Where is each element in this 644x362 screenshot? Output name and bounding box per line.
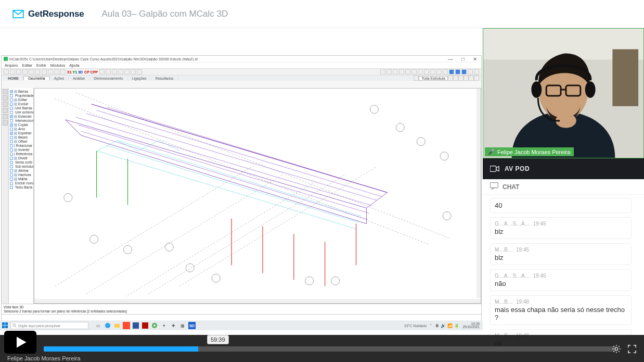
tab-analise[interactable]: Análise <box>69 77 89 80</box>
checkbox-icon[interactable] <box>10 186 13 189</box>
tool-icon[interactable] <box>106 69 111 74</box>
app-icon[interactable]: ✦ <box>160 322 168 329</box>
tray-icon[interactable]: 🖥 <box>435 323 439 328</box>
app-icon[interactable]: ✚ <box>170 322 177 329</box>
tool-icon[interactable] <box>60 69 66 74</box>
checkbox-icon[interactable] <box>10 123 13 127</box>
tool-icon[interactable] <box>29 69 34 74</box>
tool-icon[interactable] <box>124 69 130 74</box>
side-tool-icon[interactable] <box>3 114 8 119</box>
checkbox-icon[interactable] <box>10 182 13 185</box>
tool-icon[interactable] <box>424 69 429 74</box>
tree-item[interactable]: Espelhar <box>10 131 32 135</box>
clock[interactable]: 19:38 25/10/2021 <box>462 322 480 329</box>
tree-item[interactable]: Inverter <box>10 148 32 152</box>
tree-item[interactable]: Interseccionar <box>10 119 32 122</box>
tool-icon[interactable] <box>411 69 417 74</box>
tool-icon[interactable] <box>474 69 479 74</box>
tree-item[interactable]: Sema cortb <box>10 160 32 164</box>
checkbox-icon[interactable] <box>10 140 13 143</box>
tab-acoes[interactable]: Ações <box>50 77 69 80</box>
tool-icon[interactable] <box>380 69 385 74</box>
viewport-vscrollbar[interactable] <box>476 89 481 298</box>
checkbox-icon[interactable] <box>10 128 13 131</box>
tray-icon[interactable]: 🔋 <box>454 323 459 328</box>
tool-icon[interactable] <box>468 69 473 74</box>
axis-x-label[interactable]: X1 <box>67 70 72 74</box>
tree-item[interactable]: Barras <box>10 90 32 93</box>
tree-item[interactable]: Rotacionar <box>10 144 32 147</box>
checkbox-icon[interactable] <box>10 115 13 118</box>
tool-icon[interactable] <box>131 69 136 74</box>
checkbox-icon[interactable] <box>10 178 13 181</box>
axis-3d-label[interactable]: 3D <box>78 70 83 74</box>
tool-icon[interactable] <box>461 69 467 74</box>
tool-icon[interactable] <box>42 69 47 74</box>
taskbar-search[interactable]: Digite aqui para pesquisar <box>10 322 88 329</box>
menu-editar[interactable]: Editar <box>22 63 32 68</box>
checkbox-icon[interactable] <box>10 136 13 139</box>
checkbox-icon[interactable] <box>10 157 13 160</box>
tool-icon[interactable] <box>449 69 454 74</box>
tool-icon[interactable] <box>387 69 392 74</box>
menu-arquivo[interactable]: Arquivo <box>5 63 18 68</box>
tree-item[interactable]: Hachura <box>10 173 32 177</box>
progress-track[interactable] <box>44 346 616 352</box>
tool-icon[interactable] <box>10 69 15 74</box>
structure-dropdown[interactable]: Toda Estrutura <box>419 76 448 81</box>
word-icon[interactable] <box>132 322 139 329</box>
fullscreen-icon[interactable] <box>627 344 637 354</box>
tree-item[interactable]: Propriedades <box>10 94 32 97</box>
menu-ajuda[interactable]: Ajuda <box>69 63 79 68</box>
tool-icon[interactable] <box>414 76 419 81</box>
tool-icon[interactable] <box>474 76 479 81</box>
tray-icon[interactable]: 🔊 <box>441 323 446 328</box>
tab-geometria[interactable]: Geometria <box>23 76 50 80</box>
start-button[interactable] <box>2 322 8 329</box>
window-maximize-button[interactable]: □ <box>459 56 467 62</box>
side-tool-icon[interactable] <box>3 95 8 101</box>
checkbox-icon[interactable] <box>10 132 13 135</box>
menu-mdulos[interactable]: Módulos <box>50 63 65 68</box>
checkbox-icon[interactable] <box>10 90 13 93</box>
chrome-icon[interactable] <box>151 322 158 329</box>
tab-resultados[interactable]: Resultados <box>151 77 178 80</box>
tree-item[interactable]: Arco <box>10 127 32 131</box>
tree-item[interactable]: Copiar <box>10 123 32 127</box>
tool-icon[interactable] <box>463 76 469 81</box>
tool-icon[interactable] <box>448 76 453 81</box>
tray-icon[interactable]: 📶 <box>447 323 453 328</box>
tree-item[interactable]: Unir Barras <box>10 106 32 110</box>
tool-icon[interactable] <box>112 69 117 74</box>
tool-icon[interactable] <box>455 69 460 74</box>
checkbox-icon[interactable] <box>10 107 13 110</box>
tab-ligacoes[interactable]: Ligações <box>128 77 151 80</box>
tray-chevron-icon[interactable]: ˄ <box>430 323 432 328</box>
tool-icon[interactable] <box>453 76 458 81</box>
tool-icon[interactable] <box>54 69 59 74</box>
tab-home[interactable]: HOME <box>4 77 23 80</box>
weather-widget[interactable]: 33°C Nublado <box>404 324 427 328</box>
tool-icon[interactable] <box>458 76 463 81</box>
axis-y-label[interactable]: Y1 <box>73 70 78 74</box>
tree-item[interactable]: Unir extremos <box>10 110 32 114</box>
side-tool-icon[interactable] <box>3 102 8 107</box>
tool-icon[interactable] <box>22 69 28 74</box>
play-button[interactable] <box>4 331 36 354</box>
app-icon[interactable]: ▦ <box>179 322 186 329</box>
checkbox-icon[interactable] <box>10 103 13 106</box>
tree-item[interactable]: Referência <box>10 152 32 156</box>
tool-icon[interactable] <box>16 69 21 74</box>
tree-item[interactable]: Alinhar <box>10 169 32 172</box>
tree-item[interactable]: Sub-estrutura <box>10 165 32 168</box>
avpod-header[interactable]: AV POD <box>483 158 644 179</box>
tool-icon[interactable] <box>418 69 423 74</box>
cp-label[interactable]: CP CPP <box>84 70 98 74</box>
tool-icon[interactable] <box>4 69 9 74</box>
checkbox-icon[interactable] <box>10 148 13 152</box>
command-input-bar[interactable] <box>2 314 481 320</box>
tool-icon[interactable] <box>99 69 105 74</box>
checkbox-icon[interactable] <box>10 165 13 168</box>
side-tool-icon[interactable] <box>3 108 8 113</box>
window-minimize-button[interactable]: — <box>446 56 455 62</box>
